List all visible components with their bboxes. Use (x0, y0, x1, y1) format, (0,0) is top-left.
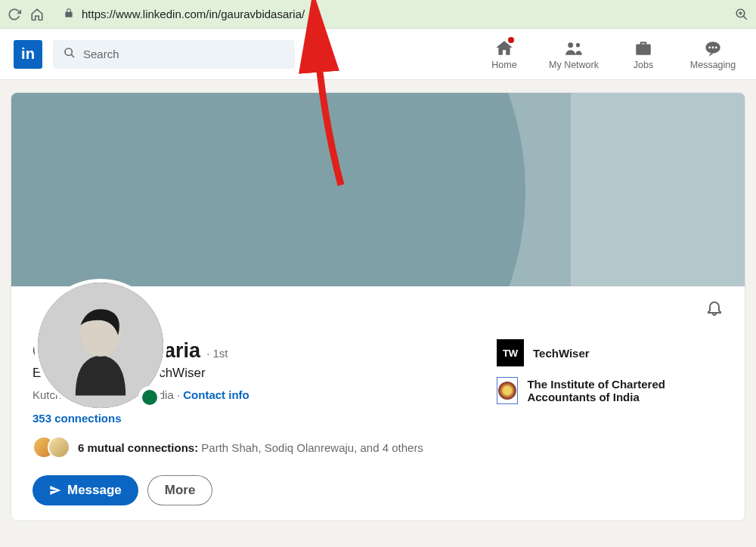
send-icon (49, 484, 61, 496)
org-logo-icai (497, 377, 518, 404)
connections-link[interactable]: 353 connections (33, 412, 122, 425)
contact-info-link[interactable]: Contact info (183, 388, 249, 401)
svg-line-1 (743, 16, 747, 20)
org-name: TechWiser (533, 347, 590, 360)
svg-point-7 (576, 42, 580, 46)
nav-label: Home (491, 60, 516, 70)
more-button[interactable]: More (147, 475, 213, 505)
messaging-icon (703, 39, 723, 58)
svg-point-11 (715, 46, 717, 48)
mutual-avatars (33, 436, 70, 459)
org-name: The Institute of Chartered Accountants o… (527, 378, 723, 403)
org-item[interactable]: TW TechWiser (497, 339, 723, 366)
search-input[interactable]: Search (53, 40, 295, 69)
address-bar[interactable]: https://www.linkedin.com/in/gauravbidasa… (53, 4, 726, 25)
message-button[interactable]: Message (33, 475, 138, 505)
linkedin-logo[interactable]: in (14, 40, 42, 69)
zoom-icon[interactable] (735, 8, 748, 21)
bell-icon[interactable] (705, 298, 723, 320)
nav-jobs[interactable]: Jobs (614, 39, 673, 70)
home-outline-icon[interactable] (30, 8, 44, 21)
lock-icon (64, 8, 74, 20)
nav-home[interactable]: Home (475, 39, 534, 70)
search-icon (64, 47, 76, 61)
mutual-count: 6 mutual connections: (78, 441, 198, 454)
svg-point-4 (65, 48, 72, 55)
reload-icon[interactable] (8, 8, 21, 21)
nav-label: Messaging (690, 60, 736, 70)
svg-point-10 (712, 46, 714, 48)
briefcase-icon (634, 39, 653, 58)
nav-label: Jobs (634, 60, 653, 70)
nav-label: My Network (549, 60, 599, 70)
notification-dot (507, 36, 516, 45)
avatar-container (34, 279, 167, 412)
svg-point-9 (708, 46, 711, 48)
organizations: TW TechWiser The Institute of Chartered … (497, 332, 723, 505)
connection-degree: · 1st (206, 347, 228, 360)
svg-line-5 (71, 54, 74, 57)
browser-chrome: https://www.linkedin.com/in/gauravbidasa… (0, 0, 756, 29)
page-body: Gaurav Bidasaria · 1st Editor and Writer… (0, 80, 756, 547)
url-text: https://www.linkedin.com/in/gauravbidasa… (82, 8, 305, 20)
presence-indicator (138, 386, 161, 409)
message-button-label: Message (67, 483, 122, 498)
nav-my-network[interactable]: My Network (544, 39, 603, 70)
mutual-names: Parth Shah, Sodiq Olanrewaju, and 4 othe… (198, 441, 423, 454)
nav-messaging[interactable]: Messaging (683, 39, 742, 70)
org-item[interactable]: The Institute of Chartered Accountants o… (497, 377, 723, 404)
top-nav: in Search Home My Network Jobs Messaging (0, 29, 756, 80)
search-placeholder: Search (83, 48, 119, 60)
mutual-connections[interactable]: 6 mutual connections: Parth Shah, Sodiq … (33, 436, 466, 459)
svg-point-6 (568, 42, 573, 48)
cover-photo (11, 93, 745, 286)
network-icon (564, 39, 584, 58)
org-logo-techwiser: TW (497, 339, 524, 366)
profile-card: Gaurav Bidasaria · 1st Editor and Writer… (11, 92, 745, 521)
